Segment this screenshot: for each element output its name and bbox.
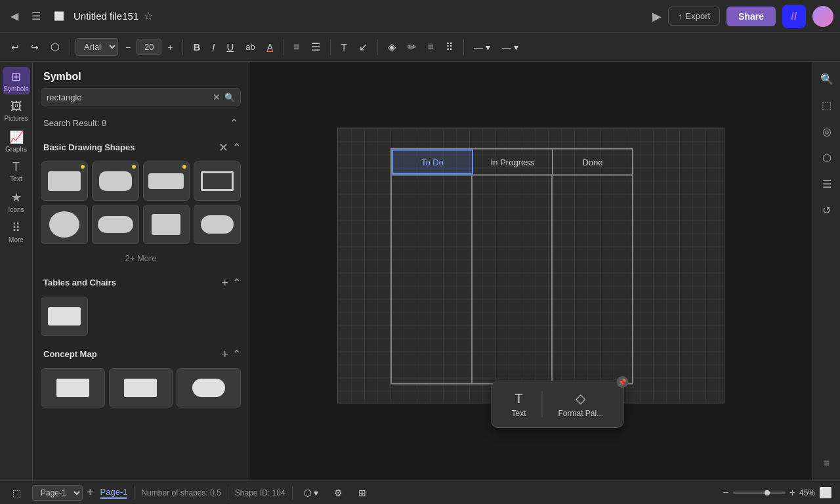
table-chair-item[interactable] [41, 297, 88, 336]
menu-button[interactable]: ☰ [28, 7, 45, 25]
clear-icon[interactable]: ✕ [213, 92, 220, 102]
sidebar-item-pictures[interactable]: 🖼 Pictures [3, 97, 30, 125]
shape-item-rect[interactable] [41, 161, 88, 201]
right-sidebar-bottom-button[interactable]: ≡ [815, 452, 839, 475]
play-button[interactable]: ▶ [652, 9, 662, 24]
concept-map-add-button[interactable]: + [221, 348, 228, 360]
back-button[interactable]: ◀ [7, 7, 22, 25]
more-align-button[interactable]: ≡ [423, 38, 438, 56]
strikethrough-button[interactable]: ab [241, 39, 259, 55]
right-sidebar-table-button[interactable]: ☰ [815, 172, 839, 196]
page-layout-button[interactable]: ⬚ [8, 484, 26, 501]
zoom-in-button[interactable]: + [789, 487, 795, 499]
collapse-search-button[interactable]: ⌃ [230, 117, 238, 129]
layers-button[interactable]: ⬡ ▾ [299, 484, 324, 501]
more-grid-button[interactable]: ⠿ [441, 37, 458, 56]
kanban-col-inprogress-body[interactable] [472, 176, 553, 383]
star-button[interactable]: ☆ [144, 10, 153, 22]
basic-shapes-close-button[interactable]: ✕ [219, 142, 228, 154]
basic-shapes-collapse-button[interactable]: ⌃ [232, 141, 241, 154]
search-icon[interactable]: 🔍 [224, 93, 235, 102]
select-tool-button[interactable]: ⬡ [46, 37, 64, 56]
main-content: ⊞ Symbols 🖼 Pictures 📈 Graphs T Text ★ I… [0, 62, 840, 480]
sidebar-item-symbols[interactable]: ⊞ Symbols [3, 67, 30, 94]
grid-toggle-button[interactable]: ⊞ [354, 484, 371, 501]
concept-rect2-shape [124, 379, 157, 397]
sidebar-item-text[interactable]: T Text [3, 158, 30, 185]
font-size-increase-button[interactable]: + [163, 39, 177, 56]
settings-button[interactable]: ⚙ [329, 484, 347, 501]
align-button[interactable]: ≡ [289, 38, 304, 56]
kanban-col-done-body[interactable] [553, 176, 632, 383]
canvas-area[interactable]: To Do In Progress Done [249, 62, 812, 480]
right-sidebar-export-button[interactable]: ⬚ [815, 93, 839, 117]
font-select[interactable]: Arial [75, 38, 118, 56]
fullscreen-button[interactable]: ⬜ [819, 486, 832, 499]
add-page-button[interactable]: + [87, 486, 94, 499]
sidebar-item-graphs[interactable]: 📈 Graphs [3, 127, 30, 155]
text-style-button[interactable]: T [336, 38, 351, 56]
text-label: Text [10, 175, 22, 182]
arrow-button[interactable]: ↙ [354, 37, 372, 56]
right-sidebar-search-button[interactable]: 🔍 [815, 67, 839, 91]
shape-item-rect-outline[interactable] [194, 161, 241, 201]
page-tab-label[interactable]: Page-1 [100, 487, 128, 499]
shape-item-rect2[interactable] [143, 205, 190, 244]
right-sidebar-history-button[interactable]: ↺ [815, 198, 839, 222]
kanban-col-done[interactable]: Done [553, 150, 632, 175]
right-sidebar-lasso-button[interactable]: ◎ [815, 119, 839, 143]
tables-chairs-add-button[interactable]: + [221, 277, 228, 289]
kanban-col-todo-body[interactable] [392, 176, 472, 383]
shape-item-oval[interactable] [41, 205, 88, 244]
right-sidebar-import-button[interactable]: ⬡ [815, 146, 839, 169]
font-size-decrease-button[interactable]: − [121, 39, 135, 56]
stroke-button[interactable]: ✏ [403, 37, 421, 56]
float-text-button[interactable]: T Text [498, 386, 539, 423]
diagram-canvas[interactable]: To Do In Progress Done [337, 128, 724, 404]
window-button[interactable]: ⬜ [50, 9, 68, 24]
basic-shapes-grid [33, 159, 249, 251]
shape-item-pill2[interactable] [194, 205, 241, 244]
kanban-col-todo[interactable]: To Do [392, 150, 473, 175]
pill-shape [98, 216, 133, 233]
line-weight-button[interactable]: — ▾ [497, 39, 523, 56]
font-size-control: − + [121, 39, 177, 56]
concept-rect-shape [56, 379, 89, 397]
avatar[interactable] [812, 6, 833, 27]
shape-item-rect-thin[interactable] [143, 161, 190, 201]
redo-button[interactable]: ↪ [26, 39, 43, 56]
line-style-button[interactable]: — ▾ [469, 39, 495, 56]
concept-map-collapse-button[interactable]: ⌃ [232, 348, 241, 360]
page-select[interactable]: Page-1 [32, 485, 83, 501]
ai-badge[interactable]: // [782, 5, 806, 28]
font-size-input[interactable] [136, 39, 161, 55]
font-color-button[interactable]: A [262, 39, 278, 56]
concept-map-item-1[interactable] [41, 368, 105, 408]
float-format-button[interactable]: ◇ Format Pal... [545, 385, 617, 423]
shape-item-rect-rounded[interactable] [92, 161, 139, 201]
list-button[interactable]: ☰ [306, 37, 325, 56]
tables-chairs-collapse-button[interactable]: ⌃ [232, 276, 241, 289]
search-bar: ✕ 🔍 [41, 88, 241, 106]
kanban-table: To Do In Progress Done [390, 148, 633, 385]
concept-map-item-3[interactable] [177, 368, 241, 408]
search-input[interactable] [47, 93, 209, 102]
zoom-out-button[interactable]: − [723, 487, 728, 499]
bold-button[interactable]: B [188, 38, 205, 56]
tables-chairs-title: Tables and Chairs [43, 278, 116, 287]
more-shapes-link[interactable]: 2+ More [33, 251, 249, 271]
fill-button[interactable]: ◈ [383, 37, 400, 56]
undo-button[interactable]: ↩ [7, 39, 24, 56]
underline-button[interactable]: U [222, 38, 238, 56]
concept-map-item-2[interactable] [109, 368, 173, 408]
kanban-col-inprogress[interactable]: In Progress [473, 150, 553, 175]
icons-label: Icons [9, 206, 24, 213]
shape-item-pill[interactable] [92, 205, 139, 244]
pin-button[interactable]: 📌 [616, 376, 628, 388]
tables-chairs-actions: + ⌃ [221, 276, 241, 289]
italic-button[interactable]: I [207, 38, 219, 56]
export-button[interactable]: ↑ Export [668, 7, 720, 26]
sidebar-item-icons[interactable]: ★ Icons [3, 188, 30, 215]
sidebar-item-more[interactable]: ⠿ More [3, 218, 30, 245]
share-button[interactable]: Share [726, 7, 776, 26]
